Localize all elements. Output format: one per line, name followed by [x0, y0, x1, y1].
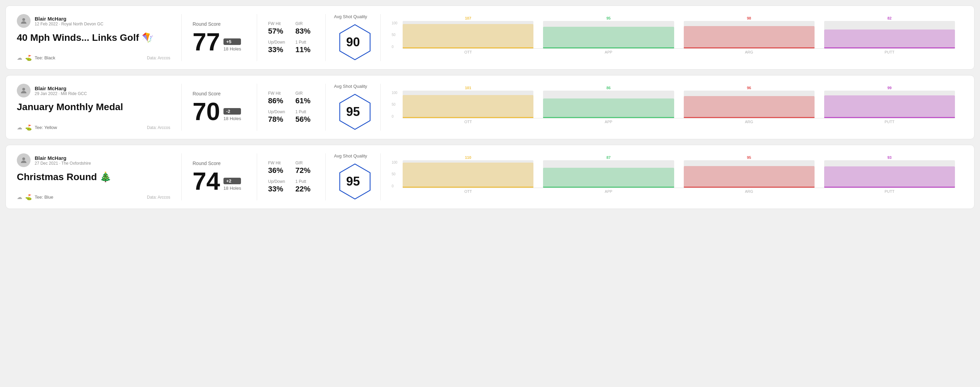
- weather-icon: ☁: [17, 54, 22, 61]
- hexagon-score: 90: [346, 35, 360, 49]
- updown-value: 33%: [268, 185, 287, 194]
- round-title: Christmas Round 🎄: [17, 171, 170, 182]
- round-card: Blair McHarg 29 Jan 2022 · Mill Ride GCC…: [5, 75, 975, 139]
- stats-section: FW Hit 86% GIR 61% Up/Down 78% 1 Putt 56…: [257, 84, 326, 131]
- user-name: Blair McHarg: [35, 86, 87, 91]
- oneputt-value: 22%: [296, 185, 315, 194]
- round-title: 40 Mph Winds... Links Golf 🪁: [17, 32, 170, 43]
- fw-hit-value: 86%: [268, 97, 287, 105]
- score-diff-badge: -2: [223, 108, 241, 114]
- updown-value: 78%: [268, 115, 287, 124]
- user-info: Blair McHarg 29 Jan 2022 · Mill Ride GCC: [35, 86, 87, 96]
- card-footer: ☁ ⛳ Tee: Yellow Data: Arccos: [17, 124, 170, 131]
- gir-value: 61%: [296, 97, 315, 105]
- updown-stat: Up/Down 33%: [268, 179, 287, 194]
- golf-bag-icon: ⛳: [25, 54, 32, 61]
- fw-hit-label: FW Hit: [268, 21, 287, 26]
- title-emoji: 🎄: [100, 171, 111, 182]
- gir-label: GIR: [296, 21, 315, 26]
- quality-label: Avg Shot Quality: [334, 153, 367, 159]
- gir-label: GIR: [296, 91, 315, 96]
- updown-label: Up/Down: [268, 179, 287, 184]
- score-holes: 18 Holes: [223, 116, 241, 121]
- svg-point-4: [22, 157, 25, 160]
- avatar: [17, 153, 30, 167]
- updown-stat: Up/Down 78%: [268, 109, 287, 124]
- tee-label: Tee: Yellow: [35, 125, 57, 130]
- user-row: Blair McHarg 12 Feb 2022 · Royal North D…: [17, 14, 170, 28]
- user-row: Blair McHarg 27 Dec 2021 · The Oxfordshi…: [17, 153, 170, 167]
- score-number: 77: [192, 30, 220, 54]
- oneputt-label: 1 Putt: [296, 109, 315, 114]
- card-left: Blair McHarg 12 Feb 2022 · Royal North D…: [17, 14, 181, 61]
- round-card: Blair McHarg 27 Dec 2021 · The Oxfordshi…: [5, 145, 975, 209]
- stats-grid: FW Hit 86% GIR 61% Up/Down 78% 1 Putt 56…: [268, 91, 314, 124]
- title-emoji: 🪁: [142, 32, 154, 43]
- stats-section: FW Hit 57% GIR 83% Up/Down 33% 1 Putt 11…: [257, 14, 326, 61]
- stats-grid: FW Hit 36% GIR 72% Up/Down 33% 1 Putt 22…: [268, 160, 314, 194]
- score-row: 74 +2 18 Holes: [192, 169, 246, 194]
- svg-point-0: [22, 18, 25, 21]
- data-source: Data: Arccos: [147, 195, 170, 200]
- score-number: 70: [192, 99, 220, 124]
- round-score-section: Round Score 70 -2 18 Holes: [181, 84, 257, 131]
- score-row: 77 +5 18 Holes: [192, 30, 246, 54]
- round-score-label: Round Score: [192, 160, 246, 166]
- oneputt-stat: 1 Putt 11%: [296, 40, 315, 54]
- user-meta: 12 Feb 2022 · Royal North Devon GC: [35, 22, 103, 26]
- updown-label: Up/Down: [268, 40, 287, 44]
- quality-section: Avg Shot Quality 90: [326, 14, 381, 61]
- svg-point-2: [22, 88, 25, 90]
- fw-hit-label: FW Hit: [268, 160, 287, 165]
- hexagon-score: 95: [346, 174, 360, 189]
- user-info: Blair McHarg 12 Feb 2022 · Royal North D…: [35, 16, 103, 26]
- round-score-section: Round Score 77 +5 18 Holes: [181, 14, 257, 61]
- hexagon-container: 95: [336, 163, 371, 200]
- golf-bag-icon: ⛳: [25, 194, 32, 200]
- oneputt-stat: 1 Putt 22%: [296, 179, 315, 194]
- data-source: Data: Arccos: [147, 56, 170, 60]
- fw-hit-value: 57%: [268, 27, 287, 36]
- score-diff-badge: +2: [223, 178, 241, 184]
- updown-label: Up/Down: [268, 109, 287, 114]
- gir-value: 83%: [296, 27, 315, 36]
- user-name: Blair McHarg: [35, 155, 91, 161]
- hexagon-container: 95: [336, 93, 371, 131]
- card-left: Blair McHarg 27 Dec 2021 · The Oxfordshi…: [17, 153, 181, 200]
- score-holes: 18 Holes: [223, 186, 241, 191]
- card-footer: ☁ ⛳ Tee: Blue Data: Arccos: [17, 194, 170, 200]
- gir-value: 72%: [296, 166, 315, 175]
- user-name: Blair McHarg: [35, 16, 103, 22]
- quality-section: Avg Shot Quality 95: [326, 84, 381, 131]
- round-score-label: Round Score: [192, 21, 246, 27]
- round-score-section: Round Score 74 +2 18 Holes: [181, 153, 257, 200]
- weather-icon: ☁: [17, 194, 22, 200]
- chart-section: 100 50 0 107 95 98: [381, 14, 963, 61]
- round-card: Blair McHarg 12 Feb 2022 · Royal North D…: [5, 5, 975, 70]
- card-footer: ☁ ⛳ Tee: Black Data: Arccos: [17, 54, 170, 61]
- oneputt-label: 1 Putt: [296, 179, 315, 184]
- updown-stat: Up/Down 33%: [268, 40, 287, 54]
- fw-hit-stat: FW Hit 57%: [268, 21, 287, 36]
- round-title: January Monthly Medal: [17, 102, 170, 113]
- tee-label: Tee: Blue: [35, 195, 53, 200]
- oneputt-stat: 1 Putt 56%: [296, 109, 315, 124]
- user-meta: 27 Dec 2021 · The Oxfordshire: [35, 161, 91, 166]
- fw-hit-stat: FW Hit 36%: [268, 160, 287, 175]
- fw-hit-value: 36%: [268, 166, 287, 175]
- data-source: Data: Arccos: [147, 125, 170, 130]
- user-row: Blair McHarg 29 Jan 2022 · Mill Ride GCC: [17, 84, 170, 97]
- gir-stat: GIR 61%: [296, 91, 315, 105]
- oneputt-value: 11%: [296, 45, 315, 54]
- quality-label: Avg Shot Quality: [334, 14, 367, 19]
- stats-section: FW Hit 36% GIR 72% Up/Down 33% 1 Putt 22…: [257, 153, 326, 200]
- tee-info: ☁ ⛳ Tee: Yellow: [17, 124, 57, 131]
- gir-stat: GIR 72%: [296, 160, 315, 175]
- fw-hit-label: FW Hit: [268, 91, 287, 96]
- avatar: [17, 14, 30, 28]
- oneputt-value: 56%: [296, 115, 315, 124]
- golf-bag-icon: ⛳: [25, 124, 32, 131]
- round-score-label: Round Score: [192, 91, 246, 97]
- chart-section: 100 50 0 101 86 96: [381, 84, 963, 131]
- oneputt-label: 1 Putt: [296, 40, 315, 44]
